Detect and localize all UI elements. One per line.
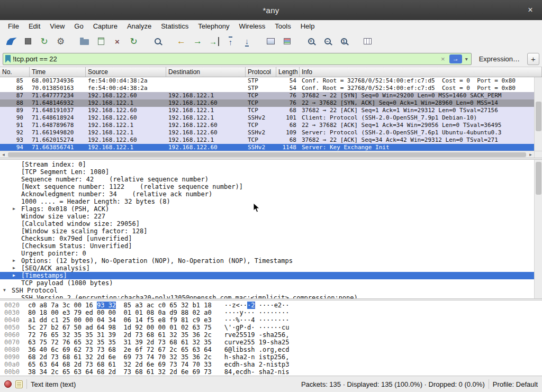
start-capture-button[interactable]: [3, 34, 20, 49]
auto-scroll-button[interactable]: [263, 34, 279, 49]
detail-line[interactable]: ▶Options: (12 bytes), No-Operation (NOP)…: [0, 257, 534, 265]
packet-row-91[interactable]: 9171.648789678192.168.122.1192.168.122.6…: [0, 122, 534, 129]
menu-go[interactable]: Go: [69, 21, 88, 31]
hex-row[interactable]: 003080 18 00 e3 79 ed 00 00 01 01 08 0a …: [4, 309, 542, 316]
capture-options-button[interactable]: ⚙: [52, 34, 69, 49]
column-header-time[interactable]: Time: [30, 67, 86, 77]
expander-icon[interactable]: ▶: [13, 205, 21, 213]
packet-row-87[interactable]: 8771.647777234192.168.122.60192.168.122.…: [0, 92, 534, 99]
restart-capture-button[interactable]: ↻: [36, 34, 52, 49]
packet-row-94[interactable]: 9471.663856741192.168.122.1192.168.122.6…: [0, 144, 534, 151]
detail-line[interactable]: [TCP Segment Len: 1080]: [0, 168, 534, 176]
zoom-out-button[interactable]: −: [319, 34, 336, 49]
close-capture-button[interactable]: ×: [109, 34, 125, 49]
hex-bytes[interactable]: 5c 27 b2 67 50 ad 64 98 1d 92 00 00 01 0…: [28, 324, 212, 331]
menu-edit[interactable]: Edit: [24, 21, 45, 31]
go-forward-button[interactable]: →: [189, 34, 206, 49]
menu-help[interactable]: Help: [296, 21, 320, 31]
expression-button[interactable]: Expression…: [475, 55, 524, 63]
hex-ascii[interactable]: ecdh-sha 2-nistp3: [224, 361, 290, 368]
hex-row[interactable]: 007063 75 72 76 65 32 35 35 31 39 2d 73 …: [4, 339, 542, 346]
menu-analyze[interactable]: Analyze: [122, 21, 156, 31]
menu-telephony[interactable]: Telephony: [193, 21, 234, 31]
menu-capture[interactable]: Capture: [88, 21, 122, 31]
detail-line[interactable]: Sequence number: 42 (relative sequence n…: [0, 176, 534, 183]
go-last-button[interactable]: ↓: [239, 34, 255, 49]
column-header-length[interactable]: Length: [276, 67, 300, 77]
packet-list-vscrollbar-thumb[interactable]: [536, 102, 541, 131]
expander-icon[interactable]: ▼: [3, 287, 12, 294]
hex-row[interactable]: 008036 40 6c 69 62 73 73 68 2e 6f 72 67 …: [4, 346, 542, 353]
menu-tools[interactable]: Tools: [270, 21, 295, 31]
stop-capture-button[interactable]: [20, 34, 36, 49]
hex-ascii[interactable]: ····y··· ········: [224, 309, 290, 316]
find-packet-button[interactable]: [149, 34, 166, 49]
hex-bytes[interactable]: 72 76 65 32 35 35 31 39 2d 73 68 61 32 3…: [28, 331, 212, 339]
column-header-destination[interactable]: Destination: [166, 67, 246, 77]
detail-line[interactable]: Window size value: 227: [0, 213, 534, 220]
menu-wireless[interactable]: Wireless: [234, 21, 270, 31]
open-capture-button[interactable]: [76, 34, 93, 49]
hex-ascii[interactable]: 6@libssh .org,ecd: [224, 346, 290, 353]
detail-line[interactable]: Acknowledgment number: 34 (relative ack …: [0, 190, 534, 198]
colorize-button[interactable]: [279, 34, 295, 49]
go-to-packet-button[interactable]: →: [206, 34, 222, 49]
column-header-source[interactable]: Source: [86, 67, 166, 77]
details-vscrollbar-thumb[interactable]: [536, 162, 541, 195]
filter-bookmark-icon[interactable]: [5, 55, 11, 63]
hex-bytes[interactable]: 68 2d 73 68 61 32 2d 6e 69 73 74 70 32 3…: [28, 353, 212, 361]
hex-ascii[interactable]: h-sha2-n istp256,: [224, 353, 290, 361]
filter-dropdown-icon[interactable]: ▾: [464, 56, 469, 62]
hscroll-right-icon[interactable]: ▸: [527, 152, 534, 157]
packet-row-86[interactable]: 8670.013850163fe:54:00:d4:38:2aSTP54Conf…: [0, 85, 534, 92]
packet-list-vscrollbar[interactable]: [534, 77, 542, 151]
detail-line[interactable]: [Stream index: 0]: [0, 161, 534, 168]
reload-capture-button[interactable]: ↻: [125, 34, 142, 49]
hex-bytes[interactable]: 65 63 64 68 2d 73 68 61 32 2d 6e 69 73 7…: [28, 361, 212, 368]
go-first-button[interactable]: ↑: [222, 34, 239, 49]
window-close-button[interactable]: ×: [519, 5, 542, 15]
detail-line[interactable]: [Next sequence number: 1122 (relative se…: [0, 183, 534, 190]
hex-row[interactable]: 0040a1 dd c1 25 00 00 04 34 06 14 f5 e8 …: [4, 316, 542, 324]
hex-bytes[interactable]: a1 dd c1 25 00 00 04 34 06 14 f5 e8 f9 8…: [28, 316, 212, 324]
hscroll-thumb[interactable]: [8, 152, 526, 157]
hex-bytes[interactable]: c0 a8 7a 3c 00 16 93 32 85 a3 ac c0 65 3…: [28, 302, 212, 309]
packet-row-93[interactable]: 9371.662015274192.168.122.60192.168.122.…: [0, 136, 534, 144]
hex-bytes[interactable]: 36 40 6c 69 62 73 73 68 2e 6f 72 67 2c 6…: [28, 346, 212, 353]
packet-list-hscrollbar[interactable]: ◂ ▸: [0, 151, 542, 158]
column-header-protocol[interactable]: Protocol: [246, 67, 276, 77]
filter-input[interactable]: [13, 55, 437, 63]
expander-icon[interactable]: ▶: [13, 272, 21, 279]
filter-add-button[interactable]: +: [527, 53, 539, 65]
hex-row[interactable]: 006072 76 65 32 35 35 31 39 2d 73 68 61 …: [4, 331, 542, 339]
expert-info-icon[interactable]: [4, 380, 12, 388]
expander-icon[interactable]: ▶: [13, 257, 21, 265]
packet-row-90[interactable]: 9071.648618924192.168.122.60192.168.122.…: [0, 114, 534, 122]
detail-line[interactable]: Urgent pointer: 0: [0, 250, 534, 257]
menu-file[interactable]: File: [3, 21, 24, 31]
menu-statistics[interactable]: Statistics: [156, 21, 193, 31]
resize-columns-button[interactable]: [359, 34, 376, 49]
capture-comment-icon[interactable]: [15, 380, 23, 388]
zoom-in-button[interactable]: +: [303, 34, 319, 49]
hex-bytes[interactable]: 63 75 72 76 65 32 35 35 31 39 2d 73 68 6…: [28, 339, 212, 346]
hex-ascii[interactable]: ···%···4 ········: [224, 316, 290, 324]
details-vscrollbar[interactable]: [534, 160, 542, 298]
hex-row[interactable]: 009068 2d 73 68 61 32 2d 6e 69 73 74 70 …: [4, 353, 542, 361]
detail-line[interactable]: SSH Version 2 (encryption:chacha20-poly1…: [0, 294, 534, 298]
detail-line[interactable]: ▼SSH Protocol: [0, 287, 534, 294]
detail-line[interactable]: Checksum: 0x79ed [unverified]: [0, 235, 534, 242]
detail-line[interactable]: ▶Flags: 0x018 (PSH, ACK): [0, 205, 534, 213]
packet-row-85[interactable]: 8568.001734936fe:54:00:d4:38:2aSTP54Conf…: [0, 77, 534, 85]
detail-line[interactable]: 1000 .... = Header Length: 32 bytes (8): [0, 198, 534, 205]
status-profile[interactable]: Profile: Default: [493, 380, 538, 388]
packet-row-92[interactable]: 9271.661949820192.168.122.1192.168.122.6…: [0, 129, 534, 136]
detail-line[interactable]: ▶[Timestamps]: [0, 272, 534, 279]
hex-ascii[interactable]: 84,ecdh- sha2-nis: [224, 368, 290, 376]
hex-ascii[interactable]: curve255 19-sha25: [224, 339, 290, 346]
hex-row[interactable]: 00b038 34 2c 65 63 64 68 2d 73 68 61 32 …: [4, 368, 542, 376]
hex-ascii[interactable]: rve25519 -sha256,: [224, 331, 290, 339]
hex-ascii[interactable]: ··z<···2 ····e2··: [224, 302, 290, 309]
detail-line[interactable]: [Window size scaling factor: 128]: [0, 227, 534, 235]
detail-line[interactable]: ▶[SEQ/ACK analysis]: [0, 265, 534, 272]
